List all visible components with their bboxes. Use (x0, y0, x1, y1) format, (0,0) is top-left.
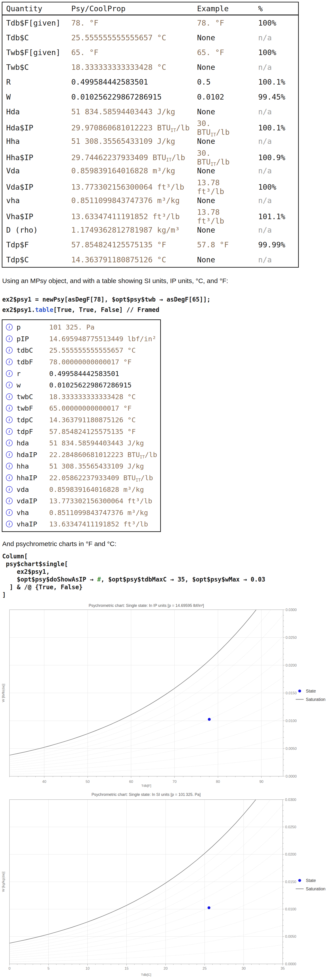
state-point (208, 718, 211, 721)
psychrometric-chart-si: 051015202530350.00000.00500.01000.01500.… (0, 790, 331, 980)
info-icon[interactable]: i (6, 370, 13, 377)
info-icon[interactable]: i (6, 405, 13, 412)
property-value: 65.00000000000017 °F (49, 404, 160, 412)
saturation-curve (10, 790, 283, 943)
text-seg-sub: IT (171, 128, 176, 133)
quantity-cell: Twb$F[given] (2, 48, 71, 57)
text-seg: 65. °F (71, 48, 98, 57)
percent-cell: n/a (245, 226, 298, 234)
rh-curve-40 (10, 886, 283, 956)
text-seg: None (197, 196, 215, 205)
table-row: Vda$IP13.773302156300064 ft³/lb13.78 ft³… (2, 178, 298, 193)
psy-coolprop-cell: 0.8511099843747376 m³/kg (71, 196, 197, 205)
info-icon[interactable]: i (6, 382, 13, 388)
example-cell: 30. BTUIT/lb (197, 149, 245, 166)
property-name: pIP (16, 335, 49, 343)
text-seg: 30. BTU (197, 149, 211, 166)
info-icon[interactable]: i (6, 486, 13, 493)
x-tick-label: 70 (173, 780, 176, 784)
property-row: itdpF57.854824125575135 °F (2, 426, 160, 437)
text-seg: 0.859839164016828 m³/kg (49, 485, 144, 493)
notebook-page: { "colors": { "dark": "#1a1a1a", "brown"… (0, 0, 331, 980)
property-name: tdpF (16, 428, 49, 436)
property-value: 18.333333333333428 °C (49, 393, 160, 401)
text-seg: ex2$psy1, (2, 568, 50, 575)
y-tick-label: 0.0050 (286, 746, 297, 751)
state-point (208, 906, 210, 909)
x-tick-label: 80 (216, 780, 220, 784)
info-icon[interactable]: i (6, 417, 13, 423)
info-icon-cell: i (6, 336, 16, 342)
info-icon[interactable]: i (6, 324, 13, 331)
property-row: itdbF78.00000000000017 °F (2, 356, 160, 368)
example-cell: 13.78 ft³/lb (197, 208, 245, 225)
info-icon[interactable]: i (6, 428, 13, 435)
percent-cell: 99.45% (245, 92, 298, 101)
code-input-column-charts: Column[ psy$chart$single[ ex2$psy1, $opt… (2, 552, 265, 599)
y-tick-label: 0.0100 (286, 719, 297, 723)
info-icon[interactable]: i (6, 474, 13, 481)
info-icon-cell: i (6, 474, 16, 481)
info-icon[interactable]: i (6, 393, 13, 400)
y-tick-label: 0.0150 (285, 880, 296, 884)
text-seg: 13.773302156300064 ft³/lb (49, 497, 152, 505)
property-row: itwbF65.00000000000017 °F (2, 402, 160, 414)
property-row: ihdaIP22.284860681012223 BTUIT/lb (2, 449, 160, 461)
percent-cell: n/a (245, 166, 298, 175)
x-tick-label: 35 (281, 966, 285, 970)
text-seg: None (197, 137, 215, 146)
text-seg: 0.8511099843747376 m³/kg (71, 196, 180, 205)
psy-coolprop-cell: 51 308.35565433109 J/kg (71, 137, 197, 146)
property-value: 25.555555555555657 °C (49, 346, 160, 354)
text-seg: /lb (141, 474, 153, 482)
x-tick-label: 20 (163, 966, 168, 970)
info-icon-cell: i (6, 347, 16, 353)
percent-cell: 100.1% (245, 78, 298, 86)
code-line: ex2$psy1 = newPsy[asDegF[78], $opt$psy$t… (2, 294, 211, 305)
info-icon[interactable]: i (6, 440, 13, 446)
info-icon[interactable]: i (6, 521, 13, 527)
text-seg: ex2$psy1 = newPsy[asDegF[78], $opt$psy$t… (2, 296, 211, 303)
property-row: ip101 325. Pa (2, 321, 160, 333)
info-icon-cell: i (6, 509, 16, 516)
info-icon[interactable]: i (6, 347, 13, 353)
info-icon[interactable]: i (6, 498, 13, 504)
text-seg: 25.555555555555657 °C (71, 33, 166, 42)
property-name: tdpC (16, 416, 49, 424)
info-icon[interactable]: i (6, 509, 13, 516)
y-tick-label: 0.0300 (285, 798, 296, 802)
table-row: Vda0.859839164016828 m³/kgNonen/a (2, 164, 298, 178)
text-seg: 78. °F (71, 19, 98, 27)
text-seg: 0.859839164016828 m³/kg (71, 166, 175, 175)
legend-state-label: State (306, 878, 316, 883)
text-seg: 13.78 ft³/lb (197, 178, 224, 196)
property-name: hhaIP (16, 474, 49, 482)
info-icon[interactable]: i (6, 336, 13, 342)
text-seg: 65.00000000000017 °F (49, 404, 131, 412)
text-seg: 57.854824125575135 °F (71, 240, 166, 249)
property-name: p (16, 323, 49, 331)
percent-cell: n/a (245, 137, 298, 146)
table-row: Twb$C18.333333333333428 °CNonen/a (2, 60, 298, 75)
psy-coolprop-cell: 51 834.58594403443 J/kg (71, 107, 197, 116)
text-seg: 29.970860681012223 BTU (71, 123, 171, 132)
text-seg: 14.363791180875126 °C (71, 255, 166, 264)
info-icon[interactable]: i (6, 451, 13, 458)
rh-curve-90 (10, 600, 283, 757)
text-seg: 51 834.58594403443 J/kg (71, 107, 175, 116)
code-line: ex2$psy1, (2, 568, 265, 576)
text-seg: 0.010256229867286915 (49, 381, 131, 389)
property-row: itdbC25.555555555555657 °C (2, 345, 160, 356)
info-icon-cell: i (6, 498, 16, 504)
info-icon-cell: i (6, 405, 16, 412)
code-line: ] & /@ {True, False} (2, 583, 265, 591)
property-value: 13.773302156300064 ft³/lb (49, 497, 160, 505)
column-header--: % (245, 4, 298, 13)
text-seg: /lb (171, 153, 185, 162)
info-icon[interactable]: i (6, 359, 13, 365)
info-icon[interactable]: i (6, 463, 13, 469)
property-row: ir0.499584442583501 (2, 368, 160, 379)
info-icon-cell: i (6, 324, 16, 331)
example-cell: 30. BTUIT/lb (197, 119, 245, 137)
rh-curve-30 (10, 718, 283, 770)
